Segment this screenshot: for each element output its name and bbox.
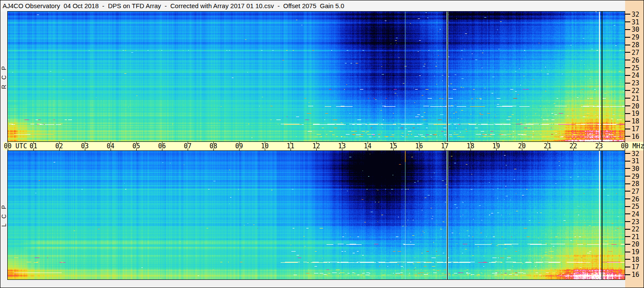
- hour-label: 14: [364, 142, 371, 150]
- freq-tick-label: 28: [632, 180, 643, 187]
- freq-tick: [625, 29, 630, 30]
- freq-tick-label: 29: [632, 33, 643, 40]
- freq-tick-label: 27: [632, 49, 643, 56]
- freq-tick-label: 18: [632, 117, 643, 124]
- hour-label: 11: [287, 142, 294, 150]
- hour-label: 06: [158, 142, 166, 150]
- freq-tick-label: 32: [632, 11, 643, 18]
- freq-tick: [625, 198, 630, 199]
- hour-label: 01: [30, 142, 37, 150]
- freq-tick: [625, 136, 630, 137]
- freq-tick: [625, 98, 630, 99]
- freq-tick-label: 24: [632, 72, 643, 78]
- hour-label: 19: [492, 142, 500, 150]
- polarization-label-lcp: L C P: [0, 189, 7, 241]
- hour-label: 12: [312, 142, 320, 150]
- freq-tick: [625, 252, 630, 252]
- hour-label: 08: [210, 142, 217, 150]
- freq-tick: [625, 274, 630, 275]
- hour-label: 15: [389, 142, 397, 150]
- freq-tick: [625, 259, 630, 260]
- freq-tick: [625, 267, 630, 267]
- freq-tick-label: 31: [632, 157, 643, 164]
- freq-tick: [625, 75, 630, 76]
- freq-tick-label: 17: [632, 263, 643, 270]
- hour-label: 13: [338, 142, 346, 150]
- lcp-spectrogram: [7, 150, 625, 280]
- hour-label: 00 MHz: [621, 142, 644, 150]
- freq-tick: [625, 60, 630, 60]
- freq-tick: [625, 206, 630, 207]
- freq-tick-label: 17: [632, 125, 643, 132]
- freq-tick-label: 19: [632, 248, 643, 255]
- freq-tick: [625, 176, 630, 177]
- hour-label: 02: [55, 142, 63, 150]
- freq-tick-label: 29: [632, 173, 643, 180]
- freq-tick: [625, 37, 630, 38]
- freq-tick: [625, 45, 630, 45]
- freq-tick: [625, 229, 630, 230]
- hour-label: 21: [544, 142, 551, 150]
- freq-tick-label: 20: [632, 240, 643, 247]
- freq-tick: [625, 67, 630, 68]
- freq-tick-label: 22: [632, 87, 643, 94]
- freq-tick: [625, 236, 630, 237]
- freq-tick: [625, 105, 630, 106]
- freq-tick-label: 23: [632, 218, 643, 225]
- freq-tick-label: 26: [632, 195, 643, 202]
- freq-tick: [625, 113, 630, 114]
- freq-tick: [625, 121, 630, 122]
- freq-tick: [625, 153, 630, 154]
- freq-tick: [625, 14, 630, 15]
- freq-tick-label: 26: [632, 57, 643, 63]
- freq-tick-label: 30: [632, 165, 643, 172]
- rcp-spectrogram: [7, 11, 625, 142]
- freq-tick-label: 30: [632, 26, 643, 33]
- freq-tick-label: 23: [632, 79, 643, 86]
- hour-label: 17: [441, 142, 449, 150]
- freq-tick-label: 20: [632, 102, 643, 109]
- hour-label: 18: [467, 142, 474, 150]
- freq-tick: [625, 191, 630, 192]
- freq-tick-label: 21: [632, 233, 643, 240]
- freq-tick-label: 19: [632, 110, 643, 117]
- freq-tick-label: 32: [632, 150, 643, 157]
- app-window: AJ4CO Observatory 04 Oct 2018 - DPS on T…: [0, 0, 644, 288]
- freq-tick: [625, 129, 630, 129]
- hour-label: 20: [518, 142, 526, 150]
- freq-tick: [625, 183, 630, 184]
- hour-label: 04: [107, 142, 114, 150]
- hour-label: 00 UTC: [4, 142, 27, 150]
- freq-tick-label: 28: [632, 41, 643, 48]
- polarization-label-rcp: R C P: [0, 51, 7, 102]
- freq-tick: [625, 161, 630, 162]
- hour-label: 07: [184, 142, 192, 150]
- freq-tick: [625, 52, 630, 53]
- window-title: AJ4CO Observatory 04 Oct 2018 - DPS on T…: [3, 2, 344, 9]
- hour-label: 23: [595, 142, 603, 150]
- freq-tick: [625, 21, 630, 22]
- title-bar: AJ4CO Observatory 04 Oct 2018 - DPS on T…: [0, 0, 625, 12]
- freq-tick: [625, 168, 630, 169]
- hour-label: 03: [81, 142, 89, 150]
- hour-label: 05: [132, 142, 140, 150]
- freq-tick-label: 21: [632, 95, 643, 102]
- freq-tick: [625, 213, 630, 214]
- freq-tick-label: 31: [632, 18, 643, 25]
- freq-tick-label: 18: [632, 256, 643, 263]
- hour-label: 22: [569, 142, 577, 150]
- hour-label: 09: [235, 142, 243, 150]
- freq-tick-label: 24: [632, 210, 643, 217]
- freq-tick-label: 27: [632, 188, 643, 195]
- freq-tick: [625, 221, 630, 222]
- time-axis: 00 UTC0102030405060708091011121314151617…: [3, 142, 644, 150]
- freq-tick: [625, 83, 630, 84]
- freq-tick-label: 16: [632, 133, 643, 140]
- freq-tick: [625, 244, 630, 245]
- freq-tick-label: 16: [632, 271, 643, 278]
- freq-tick: [625, 90, 630, 91]
- freq-tick-label: 25: [632, 203, 643, 210]
- hour-label: 16: [415, 142, 423, 150]
- hour-label: 10: [261, 142, 269, 150]
- freq-tick-label: 25: [632, 64, 643, 71]
